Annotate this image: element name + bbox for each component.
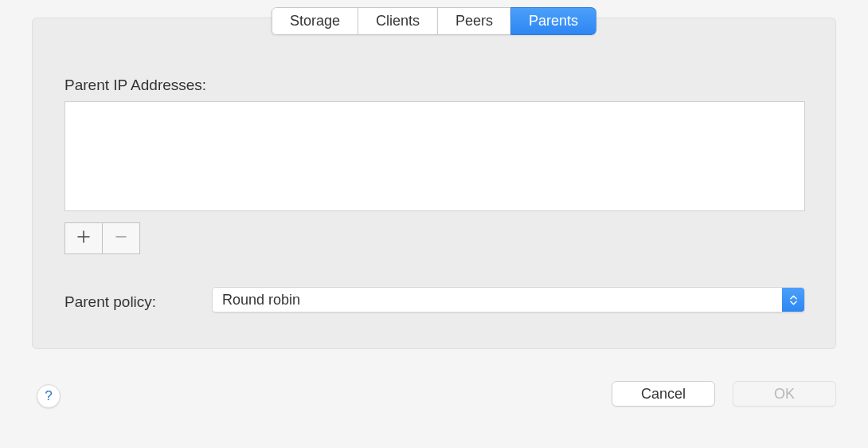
parent-policy-select[interactable]: Round robin bbox=[212, 287, 805, 312]
tab-bar: Storage Clients Peers Parents bbox=[272, 7, 596, 35]
remove-button[interactable] bbox=[102, 222, 140, 254]
ok-button: OK bbox=[733, 381, 836, 407]
select-stepper-icon bbox=[782, 288, 804, 312]
tab-parents[interactable]: Parents bbox=[510, 7, 596, 35]
tab-peers[interactable]: Peers bbox=[437, 7, 511, 35]
dialog-buttons: Cancel OK bbox=[612, 381, 836, 407]
minus-icon bbox=[114, 230, 128, 248]
parent-policy-label: Parent policy: bbox=[65, 293, 156, 311]
help-icon: ? bbox=[45, 388, 52, 404]
parent-ip-label: Parent IP Addresses: bbox=[65, 77, 206, 94]
plus-icon bbox=[76, 230, 91, 248]
parent-ip-listbox[interactable] bbox=[65, 101, 805, 211]
tab-clients[interactable]: Clients bbox=[358, 7, 438, 35]
parent-policy-value: Round robin bbox=[213, 288, 782, 312]
cancel-button[interactable]: Cancel bbox=[612, 381, 715, 407]
tab-storage[interactable]: Storage bbox=[272, 7, 358, 35]
add-button[interactable] bbox=[65, 222, 103, 254]
add-remove-group bbox=[65, 222, 140, 254]
settings-panel: Storage Clients Peers Parents Parent IP … bbox=[32, 18, 836, 349]
help-button[interactable]: ? bbox=[37, 384, 61, 408]
